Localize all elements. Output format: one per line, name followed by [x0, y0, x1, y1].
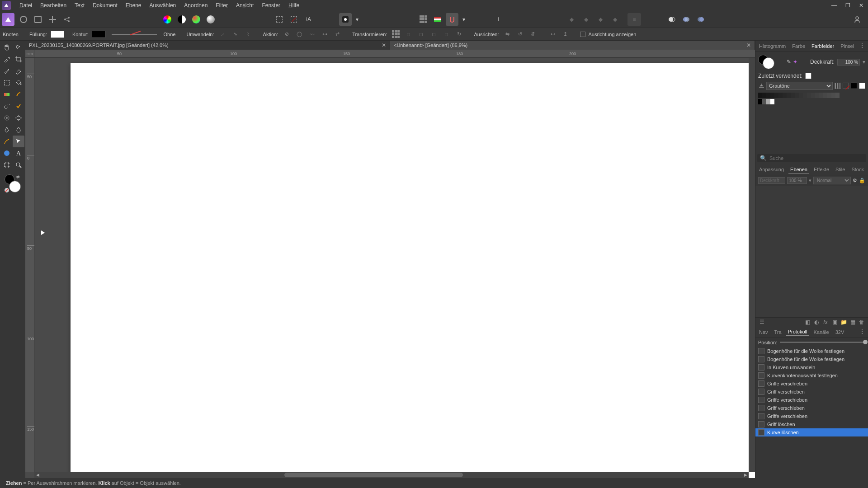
- opacity-input[interactable]: [837, 59, 860, 66]
- quick-mask-button[interactable]: [339, 13, 352, 26]
- nav-tab-nav[interactable]: Nav: [757, 328, 770, 336]
- history-item[interactable]: Griffe verschieben: [755, 396, 868, 404]
- crop-layer-icon[interactable]: ▣: [831, 319, 838, 326]
- arrange-front-button[interactable]: ◆: [609, 13, 621, 26]
- new-layer-icon[interactable]: ▦: [849, 319, 856, 326]
- panel-menu-icon[interactable]: ⠇: [859, 42, 866, 51]
- vector-brush-tool[interactable]: [1, 136, 13, 147]
- drop-tool[interactable]: [13, 124, 24, 136]
- history-item[interactable]: Griff verschieben: [755, 404, 868, 412]
- action-close-button[interactable]: ◯: [294, 30, 304, 39]
- gear-icon[interactable]: ⚙: [853, 178, 857, 183]
- brush-tool[interactable]: [1, 65, 13, 77]
- grayscale-button[interactable]: [175, 13, 188, 26]
- arrange-forward-button[interactable]: ◆: [594, 13, 607, 26]
- stroke-preview[interactable]: [112, 31, 157, 38]
- nav-tab-kanäle[interactable]: Kanäle: [811, 328, 830, 336]
- folder-icon[interactable]: 📁: [840, 319, 847, 326]
- palette-mode-none-icon[interactable]: [843, 83, 849, 89]
- text-tool[interactable]: A: [13, 147, 24, 159]
- selection-dashed-button[interactable]: [273, 13, 286, 26]
- account-button[interactable]: [851, 13, 863, 26]
- snap-button[interactable]: [446, 13, 458, 26]
- fx-icon[interactable]: fx: [822, 319, 829, 326]
- gradient-tool[interactable]: [1, 89, 13, 100]
- transform-x-button[interactable]: □: [403, 30, 413, 39]
- layers-body[interactable]: [755, 186, 868, 317]
- canvas-viewport[interactable]: mm 50100150180200 50050100150 ◀▶: [25, 50, 755, 478]
- palette-mode-grid-icon[interactable]: [835, 83, 841, 89]
- blend-mode-select[interactable]: Normal: [813, 177, 851, 184]
- snap-dropdown[interactable]: ▾: [460, 13, 467, 26]
- doc-tab-1-close[interactable]: ✕: [382, 42, 386, 48]
- menu-hilfe[interactable]: Hilfe: [284, 0, 303, 10]
- nav-tab-32v[interactable]: 32V: [834, 328, 846, 336]
- nav-tab-tra[interactable]: Tra: [773, 328, 783, 336]
- ruler-unit[interactable]: mm: [25, 50, 34, 58]
- smudge-tool[interactable]: [13, 89, 24, 100]
- align-flip-v-button[interactable]: ⇵: [528, 30, 538, 39]
- arrange-back-button[interactable]: ◆: [565, 13, 578, 26]
- history-item[interactable]: In Kurven umwandeln: [755, 363, 868, 371]
- maximize-button[interactable]: ❐: [841, 0, 854, 11]
- dodge-tool[interactable]: [13, 112, 24, 124]
- trash-icon[interactable]: 🗑: [858, 319, 865, 326]
- eraser-tool[interactable]: [13, 65, 24, 77]
- palette-mode-white-icon[interactable]: [859, 83, 865, 89]
- stroke-swatch[interactable]: [92, 31, 105, 38]
- color-tab-histogramm[interactable]: Histogramm: [757, 42, 788, 50]
- hand-tool[interactable]: [1, 42, 13, 53]
- crop-tool[interactable]: [13, 53, 24, 65]
- convert-smart-button[interactable]: ⌇: [243, 30, 253, 39]
- action-break-button[interactable]: ⊘: [282, 30, 292, 39]
- position-slider[interactable]: [780, 342, 865, 343]
- menu-text[interactable]: Text: [71, 0, 89, 10]
- lock-icon[interactable]: 🔒: [859, 178, 865, 183]
- mask-layer-icon[interactable]: ◧: [804, 319, 811, 326]
- recent-swatch[interactable]: [805, 73, 811, 79]
- close-window-button[interactable]: ✕: [854, 0, 868, 11]
- arrange-backward-button[interactable]: ◆: [580, 13, 592, 26]
- history-item[interactable]: Griffe verschieben: [755, 412, 868, 420]
- add-swatch-icon[interactable]: ✦: [793, 59, 797, 65]
- color-tab-farbe[interactable]: Farbe: [790, 42, 807, 50]
- align-node-v-button[interactable]: ↥: [560, 30, 570, 39]
- liquify-persona-button[interactable]: [32, 13, 44, 26]
- text-selection-button[interactable]: ⁞A: [302, 13, 315, 26]
- history-menu-icon[interactable]: ⠇: [859, 328, 866, 337]
- color-swap[interactable]: ⇄: [5, 174, 21, 192]
- move-tool[interactable]: [13, 42, 24, 53]
- clone-tool[interactable]: [1, 100, 13, 112]
- action-smooth-button[interactable]: 〰: [307, 30, 317, 39]
- history-item[interactable]: Griff löschen: [755, 420, 868, 428]
- history-item[interactable]: Bogenhöhe für die Wolke festlegen: [755, 347, 868, 355]
- transform-h-button[interactable]: □: [441, 30, 451, 39]
- info-button[interactable]: i: [492, 13, 505, 26]
- doc-tab-2[interactable]: <Unbenannt> [Geändert] (86,9%)✕: [390, 41, 755, 50]
- shape-tool[interactable]: [1, 147, 13, 159]
- menu-anordnen[interactable]: Anordnen: [180, 0, 212, 10]
- fg-bg-swatch[interactable]: [758, 55, 774, 69]
- palette-mode-black-icon[interactable]: [851, 83, 857, 89]
- history-item[interactable]: Bogenhöhe für die Wolke festlegen: [755, 355, 868, 363]
- menu-bearbeiten[interactable]: Bearbeiten: [36, 0, 71, 10]
- tone-persona-button[interactable]: [46, 13, 59, 26]
- layers-tab-anpassung[interactable]: Anpassung: [757, 166, 786, 173]
- zoom-tool[interactable]: [13, 159, 24, 171]
- menu-auswählen[interactable]: Auswählen: [146, 0, 180, 10]
- sphere-button[interactable]: [204, 13, 217, 26]
- convert-smooth-button[interactable]: ∿: [231, 30, 241, 39]
- layers-tab-stock[interactable]: Stock: [849, 166, 866, 173]
- show-align-checkbox[interactable]: [580, 32, 585, 37]
- history-item[interactable]: Griff verschieben: [755, 388, 868, 396]
- healing-tool[interactable]: [13, 100, 24, 112]
- layers-tab-effekte[interactable]: Effekte: [812, 166, 831, 173]
- menu-fenster[interactable]: Fenster: [258, 0, 284, 10]
- menu-ebene[interactable]: Ebene: [122, 0, 146, 10]
- marquee-tool[interactable]: [1, 77, 13, 89]
- gray-palette-row1[interactable]: [758, 93, 865, 98]
- layer-opacity-input[interactable]: [787, 177, 807, 184]
- circle-overlap3-button[interactable]: [694, 13, 707, 26]
- pen-tool[interactable]: [1, 124, 13, 136]
- flag-button[interactable]: [431, 13, 444, 26]
